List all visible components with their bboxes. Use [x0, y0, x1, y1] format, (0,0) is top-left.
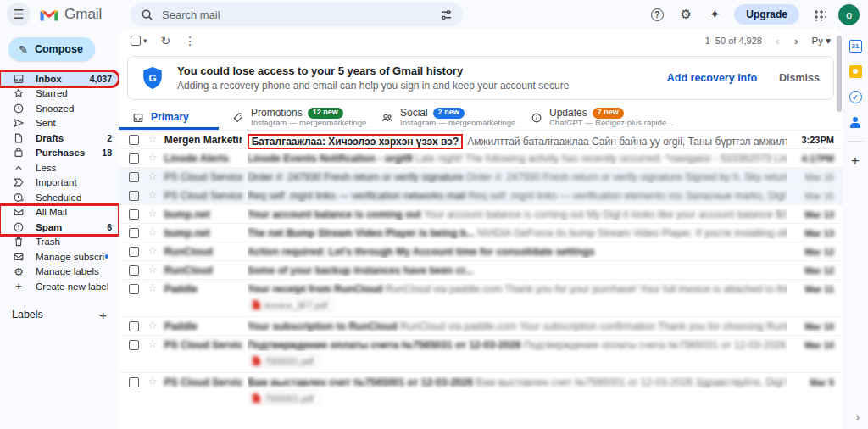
help-icon[interactable]: ? [648, 5, 666, 24]
account-avatar[interactable]: o [838, 4, 860, 25]
select-all-checkbox[interactable] [131, 36, 141, 46]
tab-updates[interactable]: Updates7 newChatGPT — Rédigez plus rapid… [517, 105, 666, 130]
email-date: 3:23PM [787, 131, 834, 145]
sidebar-item-snoozed[interactable]: Snoozed [0, 101, 119, 116]
row-checkbox[interactable] [129, 153, 139, 164]
hide-side-panel-icon[interactable]: › [856, 412, 860, 422]
settings-gear-icon[interactable]: ⚙ [676, 5, 695, 24]
main-menu-icon[interactable]: ☰ [7, 3, 31, 26]
email-row[interactable]: ☆PS Cloud ServicesOrder #: 247930 Fresh … [119, 168, 843, 187]
row-star-icon[interactable]: ☆ [147, 188, 158, 201]
email-row[interactable]: ☆RunCloudAction required: Let's through … [119, 242, 843, 261]
calendar-icon[interactable]: 31 [849, 39, 863, 53]
row-checkbox[interactable] [129, 209, 139, 220]
row-star-icon[interactable]: ☆ [147, 207, 158, 220]
row-star-icon[interactable]: ☆ [147, 319, 158, 332]
row-star-icon[interactable]: ☆ [147, 170, 158, 182]
gmail-logo[interactable]: Gmail [39, 6, 108, 23]
email-row[interactable]: ☆bump.netYour account balance is coming … [119, 205, 843, 224]
attachment-chip[interactable]: Invoice_9F7.pdf [248, 298, 336, 312]
email-row[interactable]: ☆PaddleYour subscription to RunCloud Run… [119, 317, 843, 336]
people-icon [381, 112, 393, 124]
email-row[interactable]: ☆Mergen MarketingБаталгаажлаа: Хичээлээ … [119, 131, 843, 149]
keep-icon[interactable] [849, 64, 863, 79]
sidebar-item-purchases[interactable]: Purchases18 [0, 146, 119, 161]
email-subject: Linode Events Notification - orgil9 [248, 153, 413, 164]
sidebar-item-drafts[interactable]: Drafts2 [0, 131, 119, 146]
scrollbar-thumb[interactable] [837, 36, 842, 112]
attachment-chip[interactable]: 7565031.pdf [248, 354, 321, 368]
row-star-icon[interactable]: ☆ [147, 281, 158, 294]
row-checkbox[interactable] [129, 377, 139, 387]
sidebar-item-all-mail[interactable]: All Mail [0, 205, 119, 220]
row-star-icon[interactable]: ☆ [147, 132, 158, 145]
email-row[interactable]: ☆Linode AlertsLinode Events Notification… [119, 149, 843, 168]
email-sender: PS Cloud Services [164, 336, 242, 351]
refresh-icon[interactable]: ↻ [161, 34, 171, 47]
email-sender: PS Cloud Services [164, 373, 242, 388]
row-checkbox[interactable] [129, 191, 139, 201]
gear-icon: ⚙ [12, 265, 25, 278]
row-checkbox[interactable] [129, 172, 139, 182]
row-checkbox[interactable] [129, 321, 139, 332]
newer-page-icon[interactable]: ‹ [774, 35, 781, 47]
tasks-icon[interactable]: ✓ [849, 90, 863, 104]
google-apps-icon[interactable] [810, 5, 828, 24]
select-dropdown-icon[interactable]: ▾ [143, 36, 147, 45]
email-row[interactable]: ☆PS Cloud ServicesВам выставлен счет №75… [119, 373, 843, 407]
topbar-actions: ? ⚙ ✦ Upgrade o [648, 4, 868, 25]
gemini-icon[interactable]: ✦ [705, 5, 724, 24]
row-checkbox[interactable] [129, 284, 139, 294]
email-row[interactable]: ☆PS Cloud ServicesReq self .mgnt links —… [119, 187, 843, 205]
sidebar-nav: Inbox4,037StarredSnoozedSentDrafts2Purch… [0, 71, 119, 294]
attachment-chip[interactable]: 7565001.pdf [248, 391, 321, 405]
add-recovery-info-link[interactable]: Add recovery info [667, 72, 757, 84]
sidebar-item-starred[interactable]: Starred [0, 86, 119, 102]
input-tools-selector[interactable]: Ру ▾ [812, 35, 831, 47]
row-star-icon[interactable]: ☆ [147, 263, 158, 276]
email-row[interactable]: ☆bump.netThe net Bump Stream Video Playe… [119, 224, 843, 242]
email-row[interactable]: ☆PS Cloud ServicesПодтверждение оплаты с… [119, 336, 843, 373]
tab-promotions[interactable]: Promotions12 newInstagram — mergenmarket… [219, 105, 368, 130]
inbox-icon [132, 112, 144, 124]
tab-social[interactable]: Social2 newInstagram — mergenmarketinge.… [368, 105, 517, 130]
tab-primary[interactable]: Primary [119, 105, 219, 130]
sidebar: ✎ Compose Inbox4,037StarredSnoozedSentDr… [0, 29, 119, 429]
get-addons-icon[interactable]: + [851, 153, 860, 170]
row-checkbox[interactable] [129, 265, 139, 276]
search-options-icon[interactable] [440, 8, 453, 21]
sidebar-item-inbox[interactable]: Inbox4,037 [0, 71, 119, 86]
create-label-icon[interactable]: + [99, 308, 107, 322]
sidebar-item-less[interactable]: Less [0, 160, 119, 176]
row-checkbox[interactable] [129, 228, 139, 238]
sidebar-item-spam[interactable]: Spam6 [0, 220, 119, 235]
sidebar-item-important[interactable]: Important [0, 176, 119, 191]
search-icon [141, 8, 153, 21]
row-star-icon[interactable]: ☆ [147, 337, 158, 350]
row-checkbox[interactable] [129, 340, 139, 350]
sidebar-item-trash[interactable]: Trash [0, 235, 119, 250]
banner-title: You could lose access to your 5 years of… [177, 64, 569, 77]
sidebar-item-create-new-label[interactable]: +Create new label [0, 279, 119, 294]
older-page-icon[interactable]: › [793, 35, 799, 47]
row-checkbox[interactable] [129, 247, 139, 257]
sidebar-item-scheduled[interactable]: Scheduled [0, 190, 119, 205]
dismiss-button[interactable]: Dismiss [779, 72, 820, 84]
row-star-icon[interactable]: ☆ [147, 151, 158, 164]
contacts-icon[interactable] [849, 115, 863, 130]
email-row[interactable]: ☆RunCloudSome of your backup instances h… [119, 261, 843, 280]
compose-button[interactable]: ✎ Compose [8, 37, 95, 61]
email-row[interactable]: ☆PaddleYour receipt from RunCloud RunClo… [119, 280, 843, 317]
search-bar[interactable] [131, 3, 463, 26]
sidebar-item-manage-subscriptions[interactable]: Manage subscriptions [0, 249, 119, 265]
row-star-icon[interactable]: ☆ [147, 244, 158, 257]
email-subject: Подтверждение оплаты счета №7565031 от 1… [248, 339, 521, 351]
row-star-icon[interactable]: ☆ [147, 375, 158, 387]
more-options-icon[interactable]: ⋮ [184, 34, 196, 47]
row-checkbox[interactable] [129, 135, 139, 145]
upgrade-button[interactable]: Upgrade [734, 4, 799, 25]
search-input[interactable] [162, 8, 431, 21]
sidebar-item-manage-labels[interactable]: ⚙Manage labels [0, 265, 119, 280]
sidebar-item-sent[interactable]: Sent [0, 116, 119, 131]
row-star-icon[interactable]: ☆ [147, 226, 158, 238]
